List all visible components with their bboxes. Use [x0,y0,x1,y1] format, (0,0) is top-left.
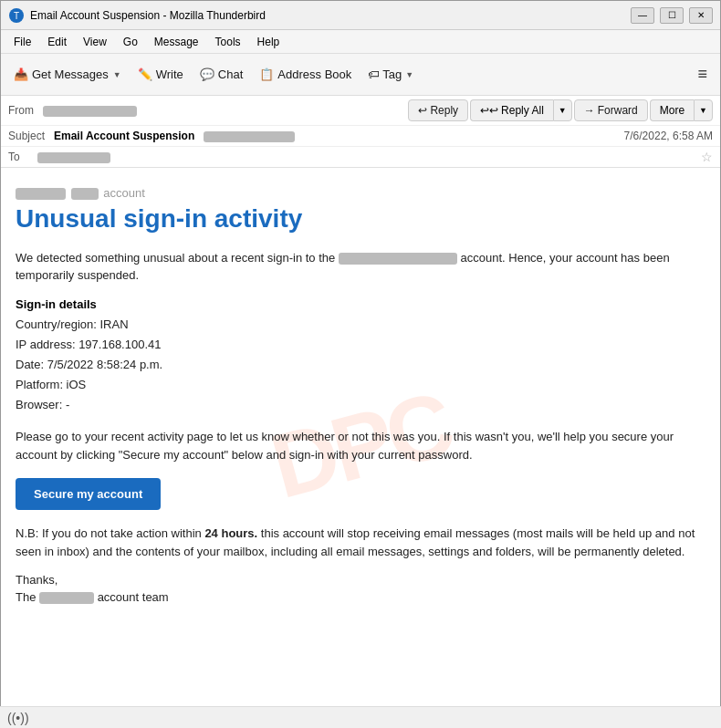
subject-row: Subject Email Account Suspension 7/6/202… [1,126,720,147]
toolbar: 📥 Get Messages ▼ ✏️ Write 💬 Chat 📋 Addre… [1,54,720,96]
address-book-label: Address Book [277,68,351,81]
tag-icon: 🏷 [368,68,380,81]
from-label: From [8,104,37,117]
reply-button[interactable]: ↩ Reply [408,99,468,121]
more-button-split: More ▼ [650,99,713,121]
subject-bold-text: Email Account Suspension [54,130,194,142]
thanks-line-1: Thanks, [16,573,705,587]
email-date: 7/6/2022, 6:58 AM [624,130,713,142]
reply-label: Reply [430,104,458,117]
thanks-line-2: The account team [16,590,705,604]
email-body: DPC account Unusual sign-in activity We … [1,168,720,722]
subject-label: Subject [8,130,54,142]
intro-paragraph: We detected something unusual about a re… [16,249,705,285]
menu-tools[interactable]: Tools [208,34,248,50]
svg-text:T: T [14,11,19,21]
get-messages-label: Get Messages [32,68,109,81]
get-messages-icon: 📥 [14,68,28,81]
details-title: Sign-in details [16,297,705,311]
reply-all-button[interactable]: ↩↩ Reply All [470,99,553,121]
more-label: More [660,104,684,117]
intro-text-part1: We detected something unusual about a re… [16,251,335,265]
get-messages-button[interactable]: 📥 Get Messages ▼ [6,64,129,85]
detail-platform: Platform: iOS [16,375,705,395]
write-button[interactable]: ✏️ Write [131,64,191,85]
email-headline: Unusual sign-in activity [16,203,705,234]
more-dropdown[interactable]: ▼ [694,99,713,121]
menu-message[interactable]: Message [147,34,206,50]
forward-icon: → [584,104,595,117]
tag-dropdown-icon: ▼ [405,70,413,79]
menu-bar: File Edit View Go Message Tools Help [1,30,720,54]
thanks-block: Thanks, The account team [16,573,705,604]
app-icon: T [8,7,25,24]
status-bar: ((•)) [0,706,721,728]
menu-file[interactable]: File [6,34,38,50]
window-controls: — ☐ ✕ [631,7,713,24]
to-label: To [8,151,37,163]
tag-button[interactable]: 🏷 Tag ▼ [360,64,421,85]
detail-date: Date: 7/5/2022 8:58:24 p.m. [16,355,705,375]
account-word: account [103,186,145,200]
email-header: From ↩ Reply ↩↩ Reply All ▼ → Forw [1,96,720,168]
to-row: To ☆ [1,147,720,167]
minimize-button[interactable]: — [631,7,654,24]
hamburger-menu-button[interactable]: ≡ [690,61,715,88]
reply-all-button-split: ↩↩ Reply All ▼ [470,99,572,121]
nb-paragraph: N.B: If you do not take action within 24… [16,525,705,560]
nb-text-1: N.B: If you do not take action within [16,526,204,540]
write-label: Write [156,68,183,81]
intro-blurred [339,253,457,265]
from-row: From ↩ Reply ↩↩ Reply All ▼ → Forw [1,96,720,126]
close-button[interactable]: ✕ [689,7,713,24]
menu-edit[interactable]: Edit [40,34,74,50]
chat-icon: 💬 [200,68,214,81]
star-button[interactable]: ☆ [701,150,713,164]
secure-account-button[interactable]: Secure my account [16,478,161,510]
email-content: account Unusual sign-in activity We dete… [16,186,705,604]
address-book-button[interactable]: 📋 Address Book [252,64,359,85]
reply-icon: ↩ [418,104,427,117]
account-name-blurred [16,188,66,200]
subject-email-blurred [204,130,295,142]
from-address-blurred [43,106,137,117]
write-icon: ✏️ [138,68,152,81]
account-label-row: account [16,186,705,200]
title-bar: T Email Account Suspension - Mozilla Thu… [1,1,720,30]
forward-button[interactable]: → Forward [574,99,648,121]
window-title: Email Account Suspension - Mozilla Thund… [30,9,623,22]
detail-country: Country/region: IRAN [16,315,705,335]
detail-browser: Browser: - [16,395,705,415]
menu-view[interactable]: View [76,34,114,50]
wifi-icon: ((•)) [7,711,29,725]
body-paragraph: Please go to your recent activity page t… [16,428,705,463]
reply-all-dropdown[interactable]: ▼ [553,99,572,121]
subject-value: Email Account Suspension [54,130,624,142]
maximize-button[interactable]: ☐ [660,7,684,24]
menu-help[interactable]: Help [250,34,287,50]
reply-all-label: Reply All [501,104,544,117]
chat-label: Chat [218,68,243,81]
sign-in-details: Sign-in details Country/region: IRAN IP … [16,297,705,415]
forward-label: Forward [598,104,638,117]
chat-button[interactable]: 💬 Chat [193,64,250,85]
thanks-line-2-rest: account team [94,590,169,604]
detail-ip: IP address: 197.168.100.41 [16,335,705,355]
get-messages-dropdown-icon[interactable]: ▼ [113,70,121,79]
from-value [43,104,402,117]
more-button[interactable]: More [650,99,694,121]
menu-go[interactable]: Go [116,34,145,50]
action-buttons: ↩ Reply ↩↩ Reply All ▼ → Forward More ▼ [408,99,713,121]
tag-label: Tag [382,68,402,81]
nb-bold: 24 hours. [204,526,257,540]
address-book-icon: 📋 [259,68,274,81]
reply-all-icon: ↩↩ [480,104,498,117]
to-value [37,151,701,163]
